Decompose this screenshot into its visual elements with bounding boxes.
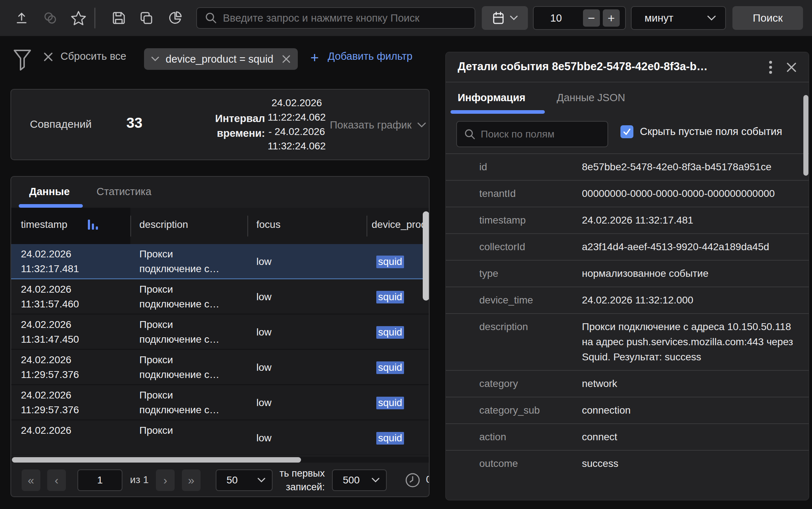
filter-funnel-icon[interactable] [13, 49, 32, 71]
field-value: a23f14d4-aeef-4513-9920-442a189da45d [582, 239, 794, 254]
clear-filters-icon[interactable] [43, 52, 53, 62]
increment-button[interactable]: + [603, 9, 620, 27]
column-header-focus[interactable]: focus [256, 219, 281, 230]
chevron-down-icon [510, 15, 518, 21]
remove-filter-icon[interactable] [282, 55, 291, 63]
page-number-input[interactable] [77, 469, 122, 491]
field-name: category [479, 376, 575, 391]
add-filter-icon[interactable]: + [310, 50, 319, 65]
page-count-label: из 1 [130, 474, 149, 486]
details-title: Детали события 8e57bbe2-5478-42e0-8f3a-b… [458, 60, 708, 73]
event-fields-list: id8e57bbe2-5478-42e0-8f3a-b45178a951cete… [446, 153, 809, 500]
field-value: 8e57bbe2-5478-42e0-8f3a-b45178a951ce [582, 159, 794, 175]
query-searchbox [196, 7, 475, 29]
event-field-row: collectorIda23f14d4-aeef-4513-9920-442a1… [446, 233, 809, 260]
table-body: 24.02.202611:32:17.481Проксиподключение … [11, 244, 429, 455]
last-page-button[interactable]: » [182, 469, 201, 491]
star-icon[interactable] [68, 8, 89, 28]
show-chart-toggle[interactable]: Показать график [330, 119, 426, 131]
kebab-menu-icon[interactable] [763, 59, 779, 75]
field-name: category_sub [479, 403, 575, 418]
chevron-down-icon [417, 122, 426, 128]
details-scrollbar[interactable] [803, 95, 808, 176]
highlighted-match: squid [376, 432, 404, 445]
search-icon [205, 12, 217, 24]
calendar-button[interactable] [482, 6, 528, 30]
toolbar: 10 − + минут Поиск [0, 0, 812, 36]
tab-information[interactable]: Информация [458, 92, 525, 104]
venn-circles-icon[interactable] [40, 8, 60, 28]
cell-description: Проксиподключение с… [139, 247, 219, 276]
column-header-description[interactable]: description [139, 219, 188, 230]
event-field-row: timestamp24.02.2026 11:32:17.481 [446, 207, 809, 233]
decrement-button[interactable]: − [583, 9, 600, 27]
filter-chip[interactable]: device_product = squid [144, 48, 298, 70]
field-name: outcome [479, 456, 575, 471]
field-name: timestamp [479, 213, 575, 228]
field-value: network [582, 376, 794, 391]
add-filter-label[interactable]: Добавить фильтр [328, 50, 412, 62]
field-name: action [479, 429, 575, 445]
table-row[interactable]: 24.02.202611:32:17.481Проксиподключение … [11, 244, 429, 279]
matches-label: Совпадений [30, 118, 92, 130]
field-name: device_time [479, 293, 575, 308]
query-input[interactable] [223, 12, 475, 24]
event-field-row: id8e57bbe2-5478-42e0-8f3a-b45178a951ce [446, 153, 809, 180]
previous-page-button[interactable]: ‹ [47, 469, 66, 491]
close-icon[interactable] [784, 59, 799, 75]
field-name: collectorId [479, 239, 575, 254]
tab-json-data[interactable]: Данные JSON [557, 92, 625, 104]
field-value: connect [582, 429, 794, 445]
table-row[interactable]: 24.02.202611:29:57.376Проксиподключение … [11, 385, 429, 420]
copy-icon[interactable] [136, 8, 156, 28]
column-divider [247, 216, 248, 237]
clock-icon [405, 472, 421, 488]
search-button[interactable]: Поиск [732, 6, 803, 30]
first-records-label: ть первых записей: [269, 467, 325, 494]
field-value: 00000000-0000-0000-0000-000000000000 [582, 186, 794, 201]
field-name: tenantId [479, 186, 575, 201]
event-field-row: typeнормализованное событие [446, 260, 809, 287]
tab-data[interactable]: Данные [29, 186, 70, 198]
cell-timestamp: 24.02.202611:32:17.481 [21, 247, 79, 276]
table-row[interactable]: 24.02.2026Проксиlowsquid [11, 420, 429, 455]
toolbar-divider [94, 8, 95, 28]
table-row[interactable]: 24.02.202611:31:47.450Проксиподключение … [11, 315, 429, 350]
page-size-select[interactable]: 50 [216, 469, 273, 491]
check-icon [623, 127, 631, 136]
chevron-down-icon [257, 478, 265, 483]
pie-chart-icon[interactable] [165, 8, 185, 28]
interval-unit-select[interactable]: минут [631, 6, 726, 30]
clear-filters-label[interactable]: Сбросить все [60, 50, 126, 62]
upload-icon[interactable] [12, 8, 32, 28]
table-horizontal-scrollbar[interactable] [12, 457, 301, 463]
cell-timestamp: 24.02.202611:29:57.376 [21, 352, 79, 382]
calendar-icon [492, 11, 505, 25]
event-details-panel: Детали события 8e57bbe2-5478-42e0-8f3a-b… [445, 52, 809, 500]
field-value: нормализованное событие [582, 266, 794, 281]
hide-empty-checkbox[interactable] [620, 125, 633, 138]
first-page-button[interactable]: « [22, 469, 40, 491]
highlighted-match: squid [376, 326, 404, 339]
table-row[interactable]: 24.02.202611:29:57.376Проксиподключение … [11, 350, 429, 385]
filter-chip-label: device_product = squid [166, 53, 273, 65]
cell-focus: low [256, 290, 272, 304]
first-records-select[interactable]: 500 [332, 469, 387, 491]
cell-timestamp: 24.02.202611:31:57.460 [21, 282, 79, 311]
field-name: description [479, 319, 575, 334]
next-page-button[interactable]: › [156, 469, 175, 491]
interval-value[interactable]: 10 [550, 12, 562, 24]
tab-statistics[interactable]: Статистика [97, 186, 151, 198]
cell-timestamp: 24.02.2026 [21, 423, 71, 438]
interval-value-text: 24.02.2026 11:22:24.062 - 24.02.2026 11:… [259, 96, 335, 153]
column-header-timestamp[interactable]: timestamp [21, 219, 67, 230]
table-row[interactable]: 24.02.202611:31:57.460Проксиподключение … [11, 279, 429, 315]
event-field-row: device_time24.02.2026 11:32:12.000 [446, 287, 809, 313]
table-vertical-scrollbar[interactable] [423, 211, 429, 301]
fields-search-input[interactable] [481, 129, 607, 140]
table-header: timestamp description focus device_produ… [11, 208, 429, 244]
sort-bars-icon[interactable] [88, 220, 98, 230]
save-icon[interactable] [109, 8, 129, 28]
timer-text: 0 [426, 474, 430, 485]
column-header-device-product[interactable]: device_product [372, 219, 427, 230]
